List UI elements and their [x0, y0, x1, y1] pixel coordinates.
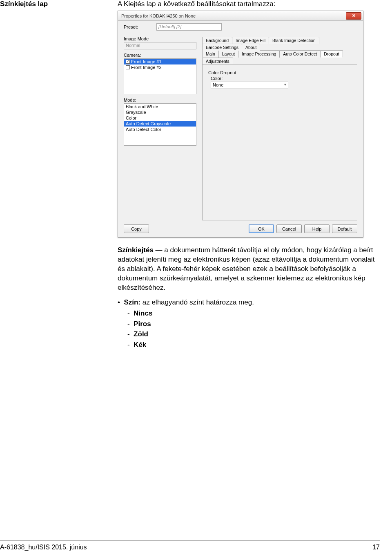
tab-main[interactable]: Main: [202, 50, 219, 58]
tab-blank-image-detection[interactable]: Blank Image Detection: [269, 37, 319, 44]
bullet-rest: az elhagyandó színt határozza meg.: [140, 298, 254, 306]
footer-doc-id: A-61838_hu/ISIS 2015. június: [0, 544, 87, 551]
paragraph-body: — a dokumentum hátterét távolítja el oly…: [118, 246, 374, 291]
cancel-button[interactable]: Cancel: [276, 224, 302, 233]
default-button[interactable]: Default: [332, 224, 357, 233]
tab-body: Color Dropout Color: None: [202, 64, 357, 220]
intro-text: A Kiejtés lap a következő beállításokat …: [118, 0, 380, 8]
list-item-label: Front Image #1: [131, 59, 162, 64]
close-icon: ✕: [352, 13, 356, 18]
preset-select[interactable]: [Default] [2]: [156, 23, 222, 31]
copy-button[interactable]: Copy: [124, 224, 149, 233]
camera-listbox[interactable]: ✓ Front Image #1 Front Image #2: [124, 58, 196, 94]
bullet-szin: • Szín: az elhagyandó színt határozza me…: [118, 298, 380, 308]
option-label: Nincs: [134, 309, 152, 317]
footer-page-number: 17: [372, 544, 380, 551]
section-title: Színkiejtés lap: [0, 0, 114, 8]
option-item: - Kék: [127, 340, 380, 350]
dialog-buttons: Copy OK Cancel Help Default: [118, 222, 363, 237]
option-label: Kék: [134, 341, 146, 349]
list-item[interactable]: ✓ Front Image #1: [124, 59, 196, 64]
page-footer: A-61838_hu/ISIS 2015. június 17: [0, 540, 380, 551]
list-item[interactable]: Black and White: [124, 104, 196, 109]
option-label: Zöld: [134, 330, 148, 338]
list-item-label: Front Image #2: [131, 65, 162, 70]
list-item[interactable]: Auto Detect Color: [124, 127, 196, 132]
option-label: Piros: [134, 320, 151, 328]
list-item-label: Black and White: [126, 104, 158, 109]
option-item: - Piros: [127, 319, 380, 329]
color-dropout-section: Color Dropout: [208, 70, 351, 75]
mode-listbox[interactable]: Black and White Grayscale Color Auto Det…: [124, 103, 196, 146]
tab-auto-color-detect[interactable]: Auto Color Detect: [279, 50, 321, 58]
tab-adjustments[interactable]: Adjustments: [202, 58, 233, 64]
color-select[interactable]: None: [211, 82, 288, 89]
color-label: Color:: [211, 76, 351, 81]
paragraph-lead: Színkiejtés: [118, 246, 154, 254]
list-item-label: Color: [126, 116, 136, 120]
tab-dropout[interactable]: Dropout: [320, 50, 343, 58]
list-item[interactable]: Color: [124, 115, 196, 121]
properties-dialog: Properties for KODAK i4250 on None ✕ Pre…: [118, 11, 363, 238]
list-item[interactable]: Front Image #2: [124, 64, 196, 70]
preset-label: Preset:: [124, 24, 156, 29]
tab-barcode-settings[interactable]: Barcode Settings: [202, 44, 242, 51]
mode-label: Mode:: [124, 98, 196, 102]
list-item[interactable]: Grayscale: [124, 109, 196, 115]
preset-row: Preset: [Default] [2]: [118, 21, 363, 33]
body-paragraph: Színkiejtés — a dokumentum hátterét távo…: [118, 246, 380, 293]
camera-label: Camera:: [124, 53, 196, 58]
tab-layout[interactable]: Layout: [218, 50, 239, 58]
list-item[interactable]: Auto Detect Grayscale: [124, 121, 196, 127]
tab-background[interactable]: Background: [202, 37, 232, 44]
tab-image-processing[interactable]: Image Processing: [238, 50, 280, 58]
list-item-label: Auto Detect Grayscale: [126, 121, 171, 126]
dialog-title: Properties for KODAK i4250 on None: [121, 13, 196, 18]
titlebar: Properties for KODAK i4250 on None ✕: [118, 11, 363, 21]
imagemode-select[interactable]: Normal: [124, 42, 196, 49]
option-item: - Zöld: [127, 329, 380, 340]
tab-image-edge-fill[interactable]: Image Edge Fill: [232, 37, 269, 44]
imagemode-label: Image Mode: [124, 36, 196, 41]
checkbox-icon: ✓: [126, 60, 130, 64]
checkbox-icon: [126, 65, 130, 69]
option-item: - Nincs: [127, 308, 380, 319]
list-item-label: Auto Detect Color: [126, 127, 161, 132]
tab-about[interactable]: About: [242, 44, 260, 51]
bullet-label: Szín:: [124, 298, 140, 306]
ok-button[interactable]: OK: [249, 224, 274, 233]
help-button[interactable]: Help: [304, 224, 330, 233]
close-button[interactable]: ✕: [346, 12, 361, 20]
list-item-label: Grayscale: [126, 110, 146, 115]
